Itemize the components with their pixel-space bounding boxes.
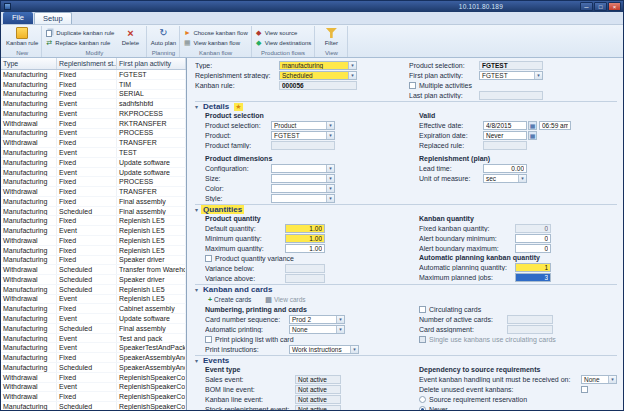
table-row[interactable]: Withdrawal Event Replenish LE5 — [1, 295, 186, 305]
close-button[interactable]: × — [608, 2, 621, 11]
kanban-line-event-input[interactable] — [295, 395, 341, 404]
section-quantities-header[interactable]: ▾ Quantities — [195, 204, 617, 214]
card-number-sequence-combo[interactable]: Prod 2 ▾ — [289, 315, 345, 324]
table-row[interactable]: Manufacturing Event Update software — [1, 314, 186, 324]
alert-boundary-minimum-input[interactable] — [515, 234, 551, 243]
kanban-rule-input[interactable] — [279, 81, 357, 90]
sales-event-input[interactable] — [295, 375, 341, 384]
section-events-header[interactable]: ▾ Events — [195, 355, 617, 365]
size-combo[interactable]: ▾ — [271, 174, 335, 183]
source-requirement-reservation-radio[interactable] — [419, 396, 426, 403]
tab-setup[interactable]: Setup — [34, 12, 72, 24]
replenishment-strategy-combo[interactable]: Scheduled ▾ — [279, 71, 357, 80]
choose-kanban-flow-button[interactable]: ► Choose kanban flow — [183, 29, 247, 37]
print-instructions-combo[interactable]: Work instructions ▾ — [289, 345, 359, 354]
table-row[interactable]: Withdrawal Fixed ReplenishSpeakerCompone… — [1, 373, 186, 383]
tab-file[interactable]: File — [3, 12, 33, 24]
table-row[interactable]: Manufacturing Event Update software — [1, 168, 186, 178]
calendar-icon[interactable]: ▦ — [528, 131, 537, 140]
table-row[interactable]: Manufacturing Fixed Update software — [1, 158, 186, 168]
style-combo[interactable]: ▾ — [271, 194, 335, 203]
section-kanban-and-cards-header[interactable]: ▾ Kanban and cards — [195, 284, 617, 294]
product-quantity-variance-checkbox[interactable] — [205, 255, 212, 262]
column-header-replenishment[interactable]: Replenishment st... — [57, 58, 117, 69]
table-row[interactable]: Manufacturing Event TEST — [1, 148, 186, 158]
table-row[interactable]: Manufacturing Scheduled Final assembly — [1, 207, 186, 217]
table-row[interactable]: Manufacturing Scheduled SpeakerAssemblyA… — [1, 363, 186, 373]
table-row[interactable]: Manufacturing Event Replenish LE5 — [1, 226, 186, 236]
table-row[interactable]: Manufacturing Fixed Replenish LE5 — [1, 216, 186, 226]
configuration-combo[interactable]: ▾ — [271, 164, 335, 173]
table-row[interactable]: Manufacturing Fixed Replenish LE5 — [1, 246, 186, 256]
table-row[interactable]: Manufacturing Event SpeakerTestAndPackag… — [1, 343, 186, 353]
table-row[interactable]: Withdrawal Scheduled Transfer from Wareh… — [1, 265, 186, 275]
table-row[interactable]: Manufacturing Fixed SpeakerAssemblyAndPo… — [1, 353, 186, 363]
multiple-activities-checkbox[interactable] — [409, 82, 416, 89]
table-row[interactable]: Manufacturing Fixed FGTEST — [1, 70, 186, 80]
replace-kanban-rule-button[interactable]: ⇄ Replace kanban rule — [45, 39, 114, 47]
table-row[interactable]: Manufacturing Scheduled Final assembly — [1, 324, 186, 334]
color-combo[interactable]: ▾ — [271, 184, 335, 193]
view-source-button[interactable]: ◆ View source — [255, 29, 312, 37]
table-row[interactable]: Manufacturing Fixed Cabinet assembly — [1, 304, 186, 314]
kanban-rule-button[interactable]: Kanban rule — [6, 26, 38, 46]
minimize-button[interactable]: ─ — [580, 2, 593, 11]
product-selection-mode-combo[interactable]: Product ▾ — [271, 121, 335, 130]
effective-time-input[interactable] — [539, 121, 571, 130]
stock-replenishment-event-input[interactable] — [295, 405, 341, 411]
column-header-first-plan-activity[interactable]: First plan activity — [117, 58, 186, 69]
expiration-date-input[interactable] — [483, 131, 527, 140]
alert-boundary-maximum-input[interactable] — [515, 244, 551, 253]
table-row[interactable]: Manufacturing Fixed TIM — [1, 80, 186, 90]
default-quantity-input[interactable] — [285, 224, 325, 233]
table-row[interactable]: Withdrawal Fixed RKTRANSFER — [1, 119, 186, 129]
table-row[interactable]: Manufacturing Scheduled ReplenishSpeaker… — [1, 402, 186, 411]
maximum-planned-jobs-input[interactable] — [515, 273, 551, 282]
table-row[interactable]: Withdrawal Fixed ReplenishSpeakerCompone… — [1, 392, 186, 402]
print-picking-list-checkbox[interactable] — [205, 336, 212, 343]
view-destinations-button[interactable]: ◆ View destinations — [255, 39, 312, 47]
product-combo[interactable]: FGTEST ▾ — [271, 131, 335, 140]
table-row[interactable]: Manufacturing Fixed Final assembly — [1, 197, 186, 207]
table-row[interactable]: Withdrawal Fixed TRANSFER — [1, 187, 186, 197]
type-combo[interactable]: manufacturing ▾ — [279, 61, 357, 70]
table-row[interactable]: Manufacturing Event sadhfshbfd — [1, 99, 186, 109]
delete-unused-event-kanbans-checkbox[interactable] — [581, 386, 588, 393]
auto-plan-button[interactable]: ↻ Auto plan — [150, 26, 176, 46]
calendar-icon[interactable]: ▦ — [528, 121, 537, 130]
table-row[interactable]: Withdrawal Event ReplenishSpeakerCompone… — [1, 383, 186, 393]
event-kanban-handling-combo[interactable]: None ▾ — [581, 375, 617, 384]
first-plan-activity-combo[interactable]: FGTEST ▾ — [479, 71, 543, 80]
table-row[interactable]: Withdrawal Scheduled Speaker driver — [1, 275, 186, 285]
maximize-button[interactable]: □ — [594, 2, 607, 11]
table-row[interactable]: Withdrawal Fixed Replenish LE5 — [1, 236, 186, 246]
bom-line-event-input[interactable] — [295, 385, 341, 394]
table-row[interactable]: Manufacturing Event RKPROCESS — [1, 109, 186, 119]
table-row[interactable]: Manufacturing Event PROCESS — [1, 129, 186, 139]
product-selection-input[interactable] — [479, 61, 543, 70]
automatic-printing-combo[interactable]: None ▾ — [289, 325, 345, 334]
circulating-cards-checkbox[interactable] — [419, 306, 426, 313]
never-radio[interactable] — [419, 406, 426, 411]
view-cards-button[interactable]: ▤ View cards — [262, 295, 308, 305]
create-cards-button[interactable]: + Create cards — [205, 295, 254, 304]
view-kanban-flow-button[interactable]: ▦ View kanban flow — [183, 39, 247, 47]
effective-date-input[interactable] — [483, 121, 527, 130]
maximum-quantity-input[interactable] — [285, 244, 325, 253]
table-row[interactable]: Manufacturing Scheduled Replenish LE5 — [1, 285, 186, 295]
unit-of-measure-combo[interactable]: sec ▾ — [483, 174, 527, 183]
minimum-quantity-input[interactable] — [285, 234, 325, 243]
table-row[interactable]: Manufacturing Fixed SERIAL — [1, 90, 186, 100]
filter-button[interactable]: Filter — [318, 26, 344, 46]
duplicate-kanban-rule-button[interactable]: Duplicate kanban rule — [45, 29, 114, 37]
table-row[interactable]: Manufacturing Fixed PROCESS — [1, 177, 186, 187]
section-details-header[interactable]: ▾ Details ★ — [195, 101, 617, 111]
table-row[interactable]: Manufacturing Event Test and pack — [1, 334, 186, 344]
table-row[interactable]: Manufacturing Fixed Speaker driver — [1, 256, 186, 266]
automatic-planning-quantity-input[interactable] — [515, 263, 551, 272]
delete-button[interactable]: × Delete — [117, 26, 143, 46]
table-row[interactable]: Withdrawal Fixed TRANSFER — [1, 138, 186, 148]
lead-time-input[interactable] — [483, 164, 527, 173]
cell-strategy: Scheduled — [57, 363, 117, 372]
column-header-type[interactable]: Type — [1, 58, 57, 69]
